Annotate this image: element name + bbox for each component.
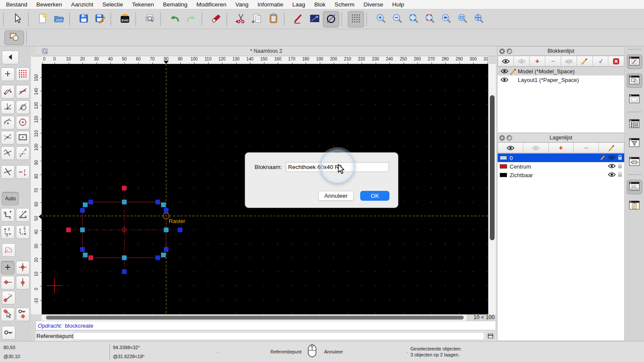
- undo-button[interactable]: [167, 11, 183, 27]
- paste-button[interactable]: [265, 11, 282, 27]
- rename-block-button[interactable]: a|b: [561, 56, 577, 66]
- visibility-eye-icon[interactable]: [500, 77, 509, 82]
- float-panel-icon[interactable]: [507, 135, 512, 141]
- selection-handle[interactable]: [122, 200, 127, 205]
- dock-filter-window-button[interactable]: [627, 136, 642, 151]
- save-as-button[interactable]: [92, 11, 108, 27]
- zoom-previous-button[interactable]: [438, 11, 454, 27]
- menu-modificeren[interactable]: Modificeren: [197, 1, 227, 8]
- shapes-tool-button[interactable]: [4, 30, 24, 45]
- add-layer-button[interactable]: +: [549, 142, 574, 153]
- command-input[interactable]: [73, 332, 484, 340]
- horizontal-scrollbar-thumb[interactable]: [46, 316, 464, 320]
- selection-handle[interactable]: [122, 256, 127, 260]
- redo-button[interactable]: [183, 11, 199, 27]
- close-icon[interactable]: [499, 135, 505, 141]
- menu-diverse[interactable]: Diverse: [364, 1, 383, 8]
- remove-layer-button[interactable]: −: [574, 142, 599, 153]
- selection-handle[interactable]: [155, 256, 160, 260]
- show-layer-button[interactable]: [498, 142, 523, 153]
- restrict-horizontal-button[interactable]: [1, 276, 15, 290]
- snap-perpendicular-button[interactable]: [1, 100, 15, 114]
- selection-handle[interactable]: [178, 228, 182, 232]
- restrict-vertical-button[interactable]: [16, 276, 30, 290]
- angle-gauge-button[interactable]: [2, 291, 15, 305]
- print-preview-button[interactable]: [142, 11, 158, 27]
- menu-aanzicht[interactable]: Aanzicht: [71, 1, 94, 8]
- zoom-out-button[interactable]: [389, 11, 405, 27]
- draw-pen-button[interactable]: [290, 11, 307, 27]
- menu-scherm[interactable]: Scherm: [334, 1, 355, 8]
- selection-handle[interactable]: [80, 247, 85, 252]
- snap-reference-button[interactable]: [16, 131, 30, 145]
- layer-list-item[interactable]: Centrum: [498, 162, 624, 171]
- command-dock-button[interactable]: [486, 332, 495, 340]
- snap-middle-button[interactable]: [1, 131, 15, 145]
- zoom-window-button[interactable]: [454, 11, 471, 27]
- dock-clipboard-window-button[interactable]: [627, 199, 642, 213]
- lock-icon[interactable]: [617, 154, 623, 162]
- dock-shapes-window-button[interactable]: [627, 73, 642, 88]
- menu-bewerken[interactable]: Bewerken: [36, 1, 62, 8]
- edit-layer-button[interactable]: [599, 142, 624, 153]
- dock-command-window-button[interactable]: [627, 180, 642, 194]
- snap-tangent-button[interactable]: [16, 100, 30, 114]
- visibility-eye-icon[interactable]: [608, 172, 616, 178]
- line-attributes-button[interactable]: [307, 11, 323, 27]
- snap-auto-button[interactable]: Auto: [2, 192, 19, 205]
- lock-icon[interactable]: [617, 172, 623, 179]
- zoom-in-button[interactable]: [373, 11, 389, 27]
- vertical-scrollbar-thumb[interactable]: [490, 95, 495, 240]
- selection-handle[interactable]: [164, 247, 169, 252]
- grid-toggle-button[interactable]: [348, 11, 364, 27]
- cut-button[interactable]: [233, 11, 249, 27]
- restrict-off-button[interactable]: [1, 261, 15, 275]
- selection-handle[interactable]: [83, 253, 88, 257]
- coord-polar-button[interactable]: ra: [16, 208, 30, 222]
- dock-list-window-button[interactable]: [627, 117, 642, 132]
- float-panel-icon[interactable]: [507, 48, 512, 54]
- menu-selectie[interactable]: Selectie: [102, 1, 123, 8]
- open-file-button[interactable]: [51, 11, 67, 27]
- circle-slash-button[interactable]: [323, 11, 339, 27]
- select-cursor-button[interactable]: [9, 11, 26, 27]
- copy-button[interactable]: [249, 11, 265, 27]
- set-relative-zero-button[interactable]: [1, 308, 15, 321]
- selection-handle[interactable]: [161, 253, 166, 257]
- restrict-orthogonal-button[interactable]: [16, 261, 30, 275]
- selection-handle[interactable]: [122, 186, 127, 190]
- edit-pencil-icon[interactable]: [509, 68, 518, 75]
- selection-handle[interactable]: [83, 202, 88, 207]
- zoom-redraw-button[interactable]: [422, 11, 438, 27]
- selection-handle[interactable]: [161, 202, 166, 207]
- ok-button[interactable]: OK: [360, 191, 389, 201]
- menu-laag[interactable]: Laag: [292, 1, 305, 8]
- coord-cartesian-button[interactable]: yx: [1, 208, 15, 222]
- document-titlebar[interactable]: * Naamloos 2: [36, 46, 496, 56]
- zoom-pan-button[interactable]: [471, 11, 487, 27]
- snap-endpoint-button[interactable]: [1, 85, 15, 99]
- dock-plot-window-button[interactable]: [627, 155, 642, 169]
- restrict-nothing-button[interactable]: [2, 243, 15, 257]
- dock-pen-window-button[interactable]: [627, 54, 642, 69]
- menu-blok[interactable]: Blok: [314, 1, 325, 8]
- lock-icon[interactable]: [617, 163, 623, 170]
- block-list-titlebar[interactable]: Blokkenlijst: [498, 47, 624, 56]
- snap-center-arc-button[interactable]: [1, 116, 15, 130]
- show-block-button[interactable]: [498, 56, 514, 66]
- block-list-item[interactable]: Model (*Model_Space): [498, 67, 624, 75]
- selection-handle[interactable]: [164, 228, 169, 232]
- purge-block-button[interactable]: [608, 56, 624, 66]
- layer-list-item[interactable]: Zichtbaar: [498, 171, 624, 179]
- snap-free-button[interactable]: [1, 67, 15, 81]
- insert-block-button[interactable]: [593, 56, 609, 66]
- menu-bemating[interactable]: Bemating: [163, 1, 187, 8]
- lock-relative-zero-button[interactable]: [16, 308, 30, 321]
- vertical-scrollbar[interactable]: [488, 64, 496, 314]
- edit-block-button[interactable]: [577, 56, 593, 66]
- snap-center-circle-button[interactable]: [16, 116, 30, 130]
- visibility-eye-icon[interactable]: [608, 163, 616, 170]
- selection-handle[interactable]: [66, 228, 71, 232]
- snap-on-entity-button[interactable]: [16, 85, 30, 99]
- menu-bestand[interactable]: Bestand: [6, 1, 27, 8]
